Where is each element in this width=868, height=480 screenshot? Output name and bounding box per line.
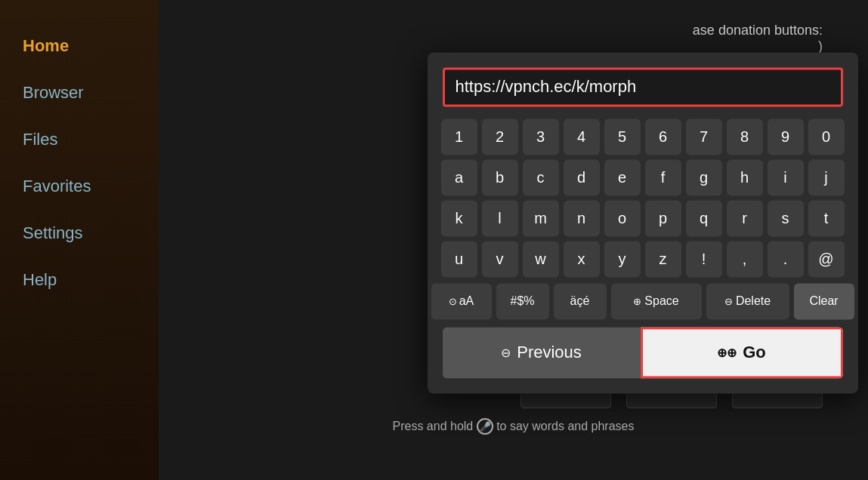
key-a[interactable]: a	[441, 159, 477, 195]
key-y[interactable]: y	[604, 241, 641, 277]
key-z[interactable]: z	[645, 241, 681, 277]
key-r[interactable]: r	[727, 200, 763, 236]
key-clear-button[interactable]: Clear	[794, 283, 854, 319]
mic-icon: 🎤	[477, 418, 493, 435]
action-row: ⊖ Previous ⊕⊕ Go	[443, 327, 843, 378]
sidebar-item-favorites[interactable]: Favorites	[0, 163, 159, 210]
keyboard-modal: 1 2 3 4 5 6 7 8 9 0 a b c d e f g h	[428, 52, 858, 393]
key-f[interactable]: f	[645, 159, 681, 195]
row-uAt: u v w x y z ! , . @	[443, 241, 843, 277]
key-l[interactable]: l	[482, 200, 518, 236]
keyboard-rows: 1 2 3 4 5 6 7 8 9 0 a b c d e f g h	[443, 118, 843, 319]
key-delete-button[interactable]: ⊖ Delete	[706, 283, 789, 319]
main-content: ase donation buttons: ) 10 € 20 € 50 € 1…	[159, 0, 868, 480]
sidebar-item-browser[interactable]: Browser	[0, 69, 159, 116]
key-b[interactable]: b	[482, 159, 518, 195]
key-e[interactable]: e	[604, 159, 641, 195]
key-comma[interactable]: ,	[727, 241, 763, 277]
row-kt: k l m n o p q r s t	[443, 200, 843, 236]
hint-text: Press and hold 🎤 to say words and phrase…	[393, 418, 635, 435]
key-exclamation[interactable]: !	[686, 241, 722, 277]
special-row: ⊙ aA #$% äçé ⊕ Space ⊖ Delete	[443, 283, 843, 319]
key-p[interactable]: p	[645, 200, 681, 236]
key-hash-button[interactable]: #$%	[496, 283, 549, 319]
key-at[interactable]: @	[808, 241, 845, 277]
key-o[interactable]: o	[604, 200, 641, 236]
sidebar-item-settings[interactable]: Settings	[0, 210, 159, 257]
number-row: 1 2 3 4 5 6 7 8 9 0	[443, 118, 843, 155]
key-d[interactable]: d	[564, 159, 600, 195]
key-q[interactable]: q	[686, 200, 722, 236]
key-6[interactable]: 6	[645, 118, 681, 155]
url-input[interactable]	[443, 67, 843, 106]
url-input-container	[443, 67, 843, 106]
key-n[interactable]: n	[564, 200, 600, 236]
sidebar: Home Browser Files Favorites Settings He…	[0, 0, 159, 480]
key-c[interactable]: c	[523, 159, 559, 195]
key-7[interactable]: 7	[686, 118, 722, 155]
key-x[interactable]: x	[564, 241, 600, 277]
key-accent-button[interactable]: äçé	[554, 283, 607, 319]
key-1[interactable]: 1	[441, 118, 477, 155]
key-0[interactable]: 0	[808, 118, 845, 155]
key-v[interactable]: v	[482, 241, 518, 277]
key-4[interactable]: 4	[564, 118, 600, 155]
key-h[interactable]: h	[727, 159, 763, 195]
key-8[interactable]: 8	[727, 118, 763, 155]
key-3[interactable]: 3	[523, 118, 559, 155]
key-aA-button[interactable]: ⊙ aA	[431, 283, 492, 319]
key-period[interactable]: .	[768, 241, 804, 277]
key-s[interactable]: s	[768, 200, 804, 236]
key-u[interactable]: u	[441, 241, 477, 277]
key-k[interactable]: k	[441, 200, 477, 236]
go-button[interactable]: ⊕⊕ Go	[641, 327, 843, 378]
key-i[interactable]: i	[768, 159, 804, 195]
key-g[interactable]: g	[686, 159, 722, 195]
key-j[interactable]: j	[808, 159, 845, 195]
sidebar-item-help[interactable]: Help	[0, 257, 159, 303]
key-9[interactable]: 9	[768, 118, 804, 155]
key-t[interactable]: t	[808, 200, 845, 236]
key-w[interactable]: w	[523, 241, 559, 277]
key-5[interactable]: 5	[604, 118, 641, 155]
key-2[interactable]: 2	[482, 118, 518, 155]
sidebar-item-files[interactable]: Files	[0, 116, 159, 163]
key-space-button[interactable]: ⊕ Space	[611, 283, 702, 319]
row-aj: a b c d e f g h i j	[443, 159, 843, 195]
sidebar-item-home[interactable]: Home	[0, 23, 159, 69]
previous-button[interactable]: ⊖ Previous	[443, 327, 641, 378]
donation-label: ase donation buttons: )	[693, 23, 823, 54]
key-m[interactable]: m	[523, 200, 559, 236]
